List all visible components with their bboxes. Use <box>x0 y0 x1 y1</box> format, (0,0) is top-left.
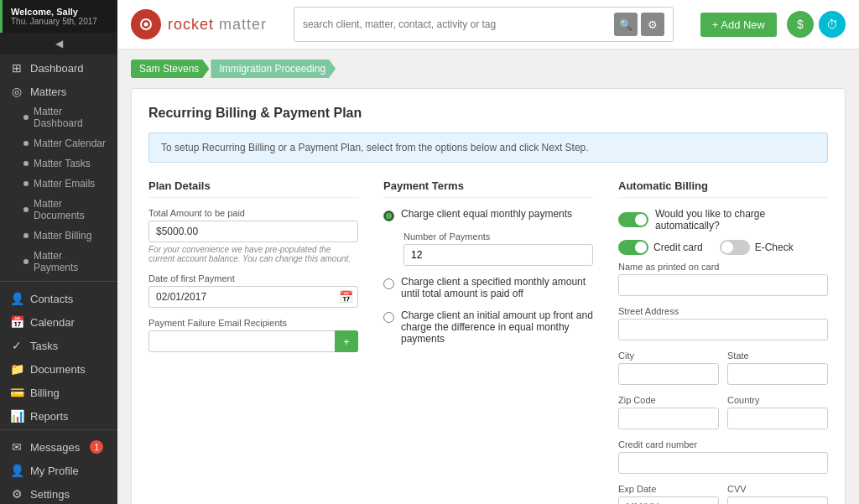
num-payments-input[interactable] <box>403 244 593 266</box>
email-add-button[interactable]: + <box>335 330 358 352</box>
logo-icon <box>137 15 155 34</box>
cvv-input[interactable] <box>727 496 828 504</box>
sidebar-item-label: Tasks <box>30 340 58 352</box>
dot-icon <box>23 141 29 146</box>
payment-type-row: Credit card E-Check <box>618 240 828 255</box>
logo-circle <box>131 9 161 39</box>
calendar-icon[interactable]: 📅 <box>339 290 353 304</box>
payment-option-3: Charge client an initial amount up front… <box>383 309 593 345</box>
dot-icon <box>23 233 29 238</box>
timer-button[interactable]: ⏱ <box>819 11 846 38</box>
payment-terms-title: Payment Terms <box>383 179 593 198</box>
name-on-card-input[interactable] <box>618 274 828 296</box>
echeck-toggle[interactable] <box>720 240 750 255</box>
num-payments-row: Number of Payments <box>403 231 593 266</box>
credit-card-toggle[interactable] <box>618 240 648 255</box>
sidebar-item-reports[interactable]: 📊 Reports <box>0 403 117 426</box>
dot-icon <box>23 181 29 186</box>
city-label: City <box>618 351 719 361</box>
cc-number-input[interactable] <box>618 452 828 474</box>
breadcrumb-client[interactable]: Sam Stevens <box>131 60 209 78</box>
payment-option-3-label: Charge client an initial amount up front… <box>401 309 593 345</box>
search-button[interactable]: 🔍 <box>614 13 638 36</box>
top-action-buttons: $ ⏱ <box>787 11 846 38</box>
sidebar-item-label: Settings <box>30 488 70 501</box>
payment-option-3-radio[interactable] <box>383 312 394 323</box>
city-input[interactable] <box>618 363 719 385</box>
sidebar-item-matter-payments[interactable]: Matter Payments <box>0 246 117 278</box>
search-input[interactable] <box>303 18 609 30</box>
logo-text: rocket matter <box>168 16 267 34</box>
sidebar-item-label: Messages <box>30 441 80 454</box>
sidebar-item-settings[interactable]: ⚙ Settings <box>0 481 117 504</box>
sidebar-item-documents[interactable]: 📁 Documents <box>0 356 117 379</box>
cvv-group: CVV <box>727 484 828 504</box>
logo-matter: matter <box>219 16 267 33</box>
sidebar-item-matter-billing[interactable]: Matter Billing <box>0 226 117 246</box>
dollar-button[interactable]: $ <box>787 11 814 38</box>
country-group: Country <box>727 395 828 429</box>
sidebar-item-dashboard[interactable]: ⊞ Dashboard <box>0 55 117 78</box>
sidebar-item-label: Reports <box>30 410 69 423</box>
sidebar-item-matter-dashboard[interactable]: Matter Dashboard <box>0 101 117 133</box>
city-group: City <box>618 351 719 385</box>
search-bar[interactable]: 🔍 ⚙ <box>294 7 674 42</box>
logo-rocket: rocket <box>168 16 214 33</box>
settings-search-button[interactable]: ⚙ <box>641 13 664 36</box>
profile-icon: 👤 <box>10 464 23 477</box>
date-label: Date of first Payment <box>148 273 358 283</box>
sidebar-collapse-btn[interactable]: ◀ <box>0 33 117 55</box>
credit-card-option: Credit card <box>618 240 703 255</box>
sidebar-sub-label: Matter Dashboard <box>34 106 107 129</box>
exp-input[interactable] <box>618 496 719 504</box>
date-group: Date of first Payment 📅 <box>148 273 358 308</box>
state-input[interactable] <box>727 363 828 385</box>
sidebar-item-matter-tasks[interactable]: Matter Tasks <box>0 153 117 174</box>
cc-number-group: Credit card number <box>618 439 828 474</box>
email-input[interactable] <box>148 330 358 352</box>
sidebar-item-my-profile[interactable]: 👤 My Profile <box>0 457 117 481</box>
payment-option-1-radio[interactable] <box>383 210 394 221</box>
payment-option-2-radio[interactable] <box>383 278 394 289</box>
sidebar-item-matters[interactable]: ◎ Matters <box>0 78 117 101</box>
sidebar-sub-label: Matter Billing <box>34 230 91 242</box>
payment-option-2-label: Charge client a specified monthly amount… <box>401 276 593 299</box>
dot-icon <box>23 259 29 264</box>
sidebar-item-label: Documents <box>30 363 86 376</box>
sidebar-item-tasks[interactable]: ✓ Tasks <box>0 332 117 356</box>
plan-details-title: Plan Details <box>148 179 358 198</box>
total-amount-group: Total Amount to be paid For your conveni… <box>148 208 358 263</box>
sidebar-item-billing[interactable]: 💳 Billing <box>0 379 117 403</box>
form-title: Recurring Billing & Payment Plan <box>148 106 828 121</box>
logo: rocket matter <box>131 9 267 39</box>
country-input[interactable] <box>727 408 828 429</box>
auto-charge-toggle[interactable] <box>618 212 648 227</box>
sidebar-item-messages[interactable]: ✉ Messages 1 <box>0 434 117 457</box>
info-box: To setup Recurring Billing or a Payment … <box>148 132 828 163</box>
sidebar-item-calendar[interactable]: 📅 Calendar <box>0 309 117 332</box>
divider <box>0 281 117 282</box>
sidebar-item-matter-emails[interactable]: Matter Emails <box>0 174 117 194</box>
sidebar-item-contacts[interactable]: 👤 Contacts <box>0 285 117 309</box>
calendar-icon: 📅 <box>10 315 23 329</box>
echeck-option: E-Check <box>720 240 794 255</box>
date-input-wrapper: 📅 <box>148 286 358 308</box>
sidebar: Welcome, Sally Thu. January 5th, 2017 ◀ … <box>0 0 117 504</box>
add-new-button[interactable]: + Add New <box>700 13 777 37</box>
total-amount-input[interactable] <box>148 221 358 242</box>
email-input-wrapper: + <box>148 330 358 352</box>
plan-details-col: Plan Details Total Amount to be paid For… <box>148 179 358 504</box>
zip-input[interactable] <box>618 408 719 429</box>
payment-option-1: Charge client equal monthly payments <box>383 208 593 221</box>
state-label: State <box>727 351 828 361</box>
sidebar-item-matter-calendar[interactable]: Matter Calendar <box>0 133 117 153</box>
sidebar-sub-label: Matter Payments <box>34 250 107 273</box>
breadcrumb-matter[interactable]: Immigration Proceeding <box>211 60 336 78</box>
welcome-text: Welcome, Sally <box>11 7 109 17</box>
sidebar-sub-label: Matter Documents <box>34 198 107 221</box>
sidebar-item-matter-documents[interactable]: Matter Documents <box>0 194 117 226</box>
city-state-row: City State <box>618 351 828 395</box>
sidebar-item-label: Billing <box>30 387 60 399</box>
street-address-input[interactable] <box>618 319 828 340</box>
date-input[interactable] <box>148 286 358 308</box>
